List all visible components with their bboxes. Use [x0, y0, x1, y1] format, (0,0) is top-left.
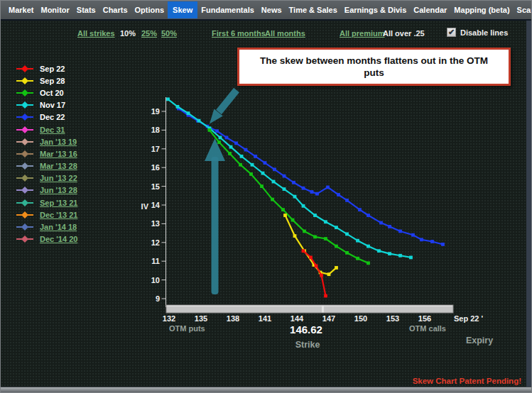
- series-marker-dec-22: [244, 148, 248, 152]
- x-tick-label: 150: [354, 314, 367, 323]
- down-arrow-icon: [219, 90, 237, 112]
- series-marker-dec-22: [379, 221, 383, 225]
- series-marker-oct-20: [239, 163, 242, 167]
- series-marker-dec-22: [302, 187, 305, 190]
- iv-skew-chart: 910111213141516171819IV13213513814114414…: [1, 1, 532, 393]
- patent-pending-text: Skew Chart Patent Pending!: [413, 377, 521, 385]
- series-marker-dec-22: [234, 141, 238, 145]
- series-marker-oct-20: [249, 172, 253, 176]
- series-marker-nov-17: [302, 204, 305, 208]
- series-marker-dec-22: [315, 192, 319, 196]
- series-marker-dec-22: [273, 167, 276, 171]
- series-marker-nov-17: [293, 195, 297, 199]
- series-line-nov-17: [168, 99, 411, 258]
- series-marker-sep-28: [327, 272, 331, 276]
- series-marker-nov-17: [335, 226, 338, 229]
- otm-calls-label: OTM calls: [409, 324, 446, 333]
- expiry-axis-title: Expiry: [466, 336, 493, 345]
- series-marker-nov-17: [409, 256, 413, 260]
- series-marker-nov-17: [356, 239, 359, 243]
- series-marker-nov-17: [367, 245, 370, 248]
- series-marker-oct-20: [303, 230, 306, 233]
- series-marker-dec-22: [430, 240, 434, 243]
- up-arrow-icon: [205, 138, 225, 161]
- series-marker-sep-28: [335, 266, 338, 270]
- otm-puts-label: OTM puts: [169, 324, 205, 333]
- skew-app-window: MarketMonitorStatsChartsOptionsSkewFunda…: [0, 0, 532, 393]
- series-marker-dec-22: [310, 190, 314, 194]
- series-marker-dec-22: [398, 230, 402, 233]
- series-marker-dec-22: [215, 129, 219, 133]
- series-marker-oct-20: [271, 198, 274, 201]
- x-tick-label: 132: [163, 314, 175, 323]
- series-marker-oct-20: [291, 218, 295, 222]
- series-marker-sep-28: [283, 214, 287, 217]
- series-marker-nov-17: [377, 249, 381, 253]
- series-marker-nov-17: [197, 119, 201, 123]
- y-tick-label: 9: [156, 294, 160, 303]
- expiry-value-label: Sep 22 ': [454, 314, 484, 323]
- y-tick-label: 19: [151, 107, 160, 116]
- series-marker-sep-22: [309, 256, 313, 260]
- x-tick-label: 144: [291, 314, 304, 323]
- series-marker-dec-22: [254, 155, 257, 158]
- current-price-label: 146.62: [290, 323, 322, 336]
- y-tick-label: 17: [151, 145, 160, 153]
- bottom-window-edge: [1, 387, 531, 392]
- series-marker-oct-20: [313, 235, 317, 238]
- y-tick-label: 15: [151, 182, 160, 191]
- right-scrollbar[interactable]: [526, 21, 531, 387]
- x-tick-label: 153: [386, 314, 399, 323]
- x-axis-title: Strike: [295, 340, 320, 350]
- series-marker-sep-22: [320, 274, 323, 277]
- x-tick-label: 138: [227, 314, 239, 323]
- series-marker-sep-22: [315, 264, 318, 267]
- series-marker-nov-17: [388, 252, 391, 255]
- series-marker-nov-17: [261, 172, 265, 175]
- y-tick-label: 13: [151, 219, 160, 228]
- series-marker-dec-22: [283, 175, 286, 178]
- series-marker-dec-22: [326, 186, 330, 189]
- series-marker-oct-20: [324, 237, 327, 240]
- y-tick-label: 14: [151, 201, 161, 209]
- y-tick-label: 12: [151, 238, 160, 247]
- series-marker-nov-17: [176, 105, 180, 109]
- x-tick-label: 141: [259, 314, 271, 323]
- strike-scrollbar-divider: [322, 306, 324, 313]
- series-marker-nov-17: [398, 254, 402, 258]
- series-marker-nov-17: [251, 163, 254, 167]
- series-marker-dec-22: [388, 225, 391, 228]
- series-marker-nov-17: [345, 233, 349, 236]
- series-marker-oct-20: [367, 261, 370, 265]
- series-marker-sep-22: [324, 294, 327, 298]
- series-marker-nov-17: [324, 220, 327, 223]
- series-marker-nov-17: [283, 187, 286, 191]
- series-marker-oct-20: [281, 208, 285, 211]
- y-tick-label: 10: [151, 276, 160, 284]
- series-marker-dec-22: [420, 238, 423, 241]
- series-marker-sep-22: [302, 249, 305, 253]
- series-marker-nov-17: [166, 97, 170, 101]
- series-marker-oct-20: [217, 140, 221, 144]
- series-marker-oct-20: [335, 245, 338, 248]
- series-marker-dec-22: [411, 233, 415, 237]
- series-marker-dec-22: [345, 199, 349, 202]
- y-tick-label: 11: [151, 257, 160, 265]
- up-arrow-icon: [212, 157, 219, 294]
- series-marker-nov-17: [272, 180, 276, 184]
- series-marker-dec-22: [358, 208, 362, 211]
- series-marker-nov-17: [240, 155, 244, 158]
- series-marker-nov-17: [313, 214, 317, 217]
- series-marker-dec-22: [264, 161, 267, 165]
- series-marker-nov-17: [187, 111, 190, 115]
- series-marker-nov-17: [229, 145, 233, 149]
- series-marker-oct-20: [208, 128, 212, 132]
- y-tick-label: 18: [151, 126, 160, 134]
- series-marker-sep-28: [293, 234, 297, 238]
- series-marker-oct-20: [345, 251, 349, 255]
- series-marker-oct-20: [260, 184, 264, 188]
- x-tick-label: 156: [418, 314, 431, 323]
- x-tick-label: 147: [322, 314, 335, 323]
- y-axis-title: IV: [141, 202, 149, 211]
- series-marker-dec-22: [337, 193, 340, 196]
